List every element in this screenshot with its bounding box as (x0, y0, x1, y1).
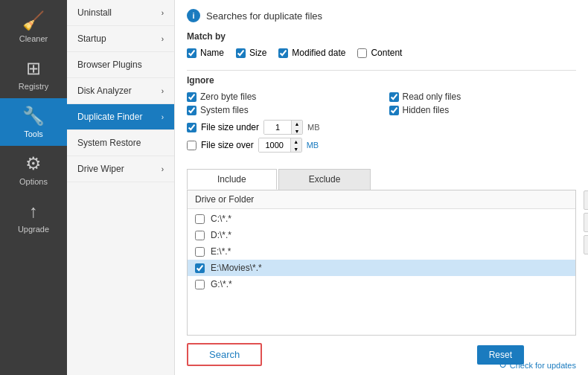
sidebar-item-upgrade[interactable]: ↑ Upgrade (0, 193, 67, 241)
drive-path-1: D:\*.* (211, 230, 231, 240)
match-checkbox-modified-date[interactable] (278, 48, 288, 58)
file-size-over-input[interactable] (259, 138, 290, 152)
match-option-modified-date: Modified date (278, 48, 345, 58)
match-by-row: Name Size Modified date Content (187, 48, 576, 58)
file-size-over-label: File size over (201, 140, 254, 150)
sidebar-label-upgrade: Upgrade (18, 225, 49, 234)
sidebar-item-tools[interactable]: 🔧 Tools (0, 98, 67, 146)
ignore-checkbox-system-files[interactable] (187, 106, 196, 115)
sidebar-label-registry: Registry (19, 82, 48, 91)
add-button[interactable]: Add (584, 190, 588, 210)
tab-include[interactable]: Include (187, 169, 277, 190)
drive-item-4: G:\*.* (188, 276, 575, 292)
drive-checkbox-3[interactable] (195, 263, 205, 273)
chevron-icon: › (162, 35, 164, 43)
menu-item-label: Uninstall (77, 7, 112, 18)
chevron-icon: › (162, 165, 164, 173)
ignore-text-hidden-files: Hidden files (403, 105, 450, 115)
drive-list: C:\*.* D:\*.* E:\*.* (188, 209, 575, 335)
tab-content: Drive or Folder C:\*.* D:\*.* (187, 190, 576, 336)
match-option-content: Content (357, 48, 402, 58)
ignore-text-read-only-files: Read only files (403, 92, 461, 102)
search-button[interactable]: Search (187, 343, 262, 366)
info-header: i Searches for duplicate files (187, 9, 576, 22)
ignore-right-0: System files (187, 105, 374, 115)
sidebar-item-registry[interactable]: ⊞ Registry (0, 51, 67, 98)
info-text: Searches for duplicate files (206, 10, 322, 22)
menu-item-startup[interactable]: Startup › (67, 26, 174, 52)
menu-item-duplicate-finder[interactable]: Duplicate Finder › (67, 104, 174, 130)
ignore-right-1: Hidden files (389, 105, 577, 115)
match-checkbox-name[interactable] (187, 48, 196, 58)
ignore-checkbox-zero-byte-files[interactable] (187, 92, 196, 102)
drive-checkbox-4[interactable] (195, 280, 205, 289)
menu-item-disk-analyzer[interactable]: Disk Analyzer › (67, 78, 174, 104)
menu-item-browser-plugins[interactable]: Browser Plugins (67, 52, 174, 78)
ignore-checkbox-hidden-files[interactable] (389, 106, 399, 115)
match-checkbox-size[interactable] (236, 48, 246, 58)
file-size-under-checkbox[interactable] (187, 123, 196, 132)
file-size-over-down[interactable]: ▼ (291, 145, 301, 153)
sidebar-label-tools: Tools (24, 129, 43, 138)
file-size-under-spin: ▲ ▼ (291, 120, 302, 135)
drive-checkbox-0[interactable] (195, 214, 205, 224)
menu-item-system-restore[interactable]: System Restore (67, 130, 174, 156)
menu-panel: Uninstall ›Startup ›Browser Plugins Disk… (67, 0, 175, 375)
menu-item-label: System Restore (77, 138, 141, 148)
sidebar-item-cleaner[interactable]: 🧹 Cleaner (0, 3, 67, 51)
menu-item-drive-wiper[interactable]: Drive Wiper › (67, 156, 174, 182)
sidebar-icon-cleaner: 🧹 (22, 10, 45, 31)
sidebar-icon-tools: 🔧 (22, 106, 45, 126)
remove-button[interactable]: Remove (584, 235, 588, 254)
file-size-over-up[interactable]: ▲ (291, 138, 301, 145)
match-option-name: Name (187, 48, 224, 58)
file-size-under-label: File size under (201, 122, 259, 132)
sidebar-label-options: Options (19, 177, 48, 186)
match-checkbox-content[interactable] (357, 48, 367, 58)
ignore-text-system-files: System files (200, 105, 249, 115)
file-size-under-down[interactable]: ▼ (292, 127, 302, 135)
file-size-over-row: File size over ▲ ▼ MB (187, 138, 576, 153)
file-size-over-unit: MB (307, 141, 319, 150)
main-content: i Searches for duplicate files Match by … (175, 0, 588, 375)
drive-folder-header: Drive or Folder (188, 190, 575, 209)
file-size-under-up[interactable]: ▲ (292, 120, 302, 127)
drive-checkbox-1[interactable] (195, 231, 205, 240)
menu-item-label: Duplicate Finder (77, 112, 142, 122)
chevron-icon: › (162, 9, 164, 17)
sidebar-icon-registry: ⊞ (26, 58, 41, 79)
file-size-over-input-group: ▲ ▼ (258, 138, 302, 153)
sidebar-item-options[interactable]: ⚙ Options (0, 146, 67, 193)
info-icon: i (187, 9, 200, 22)
drive-path-4: G:\*.* (211, 279, 232, 289)
sidebar-label-cleaner: Cleaner (19, 34, 48, 43)
ignore-left-0: Zero byte files (187, 92, 374, 102)
menu-item-uninstall[interactable]: Uninstall › (67, 0, 174, 26)
footer[interactable]: ↻ Check for updates (499, 359, 576, 371)
file-size-under-input[interactable] (264, 121, 291, 134)
file-size-under-input-group: ▲ ▼ (263, 120, 303, 135)
divider (187, 70, 576, 71)
sidebar: 🧹 Cleaner⊞ Registry🔧 Tools⚙ Options↑ Upg… (0, 0, 67, 375)
check-updates-link[interactable]: Check for updates (510, 361, 576, 370)
ignore-grid: Zero byte files Read only files System f… (187, 92, 576, 115)
drive-checkbox-2[interactable] (195, 247, 205, 257)
refresh-icon: ↻ (499, 359, 507, 371)
drive-item-3: E:\Movies\*.* (188, 260, 575, 276)
drive-path-0: C:\*.* (211, 214, 231, 224)
tab-exclude[interactable]: Exclude (278, 169, 371, 190)
menu-item-label: Drive Wiper (77, 164, 124, 174)
match-label-name: Name (200, 48, 224, 58)
match-label-size: Size (249, 48, 266, 58)
file-size-under-unit: MB (307, 123, 320, 132)
drive-path-2: E:\*.* (211, 246, 231, 257)
ignore-text-zero-byte-files: Zero byte files (200, 92, 256, 102)
ignore-checkbox-read-only-files[interactable] (389, 92, 399, 102)
menu-item-label: Startup (77, 33, 106, 44)
tab-bar: Include Exclude (187, 169, 576, 190)
file-size-over-checkbox[interactable] (187, 141, 196, 150)
tab-actions: Add Edit Remove (584, 190, 588, 254)
edit-button[interactable]: Edit (584, 213, 588, 232)
match-label-modified-date: Modified date (292, 48, 345, 58)
file-size-under-row: File size under ▲ ▼ MB (187, 120, 576, 135)
